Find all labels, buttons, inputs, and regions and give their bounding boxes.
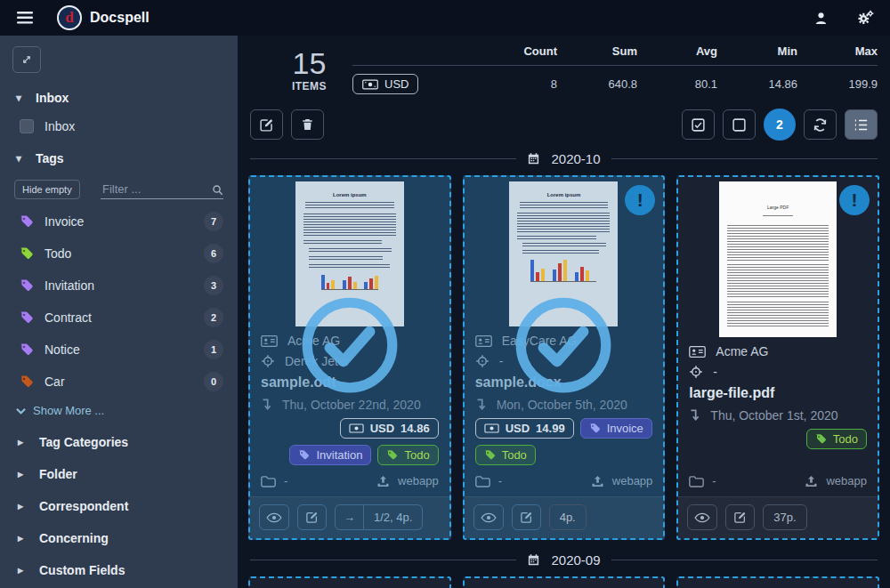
tag-icon — [298, 449, 310, 461]
tag-badge-label: Todo — [833, 432, 858, 446]
sidebar-section-correspondent[interactable]: ▸ Correspondent — [18, 499, 222, 513]
item-name: sample.docx — [475, 375, 653, 391]
account-button[interactable] — [808, 5, 833, 30]
document-preview[interactable]: Lorem ipsum — [465, 578, 664, 588]
edit-icon — [733, 511, 747, 524]
edit-selected-button[interactable] — [250, 109, 283, 140]
checkbox-icon[interactable] — [20, 119, 34, 133]
tag-badge-todo[interactable]: Todo — [806, 429, 867, 449]
check-square-icon — [691, 117, 706, 133]
tag-badge-todo[interactable]: Todo — [377, 445, 438, 465]
deselect-all-button[interactable] — [723, 109, 756, 140]
settings-button[interactable] — [853, 5, 878, 30]
correspondent-name: Acme AG — [716, 344, 768, 358]
eye-icon — [266, 512, 282, 523]
correspondent-name: EasyCare AG — [502, 334, 578, 348]
section-label: Tag Categories — [39, 435, 128, 449]
view-item-button[interactable] — [259, 504, 289, 530]
open-attachment-button[interactable]: → — [335, 504, 364, 530]
concerning-row: - — [475, 354, 653, 368]
menu-button[interactable] — [12, 5, 37, 30]
edit-item-button[interactable] — [297, 504, 327, 530]
tag-item-todo[interactable]: Todo 6 — [20, 244, 223, 263]
view-item-button[interactable] — [687, 504, 717, 530]
page-count-label: 1/2, 4p. — [364, 504, 423, 530]
tag-badge-invitation[interactable]: Invitation — [289, 445, 371, 465]
sidebar-section-tag-categories[interactable]: ▸ Tag Categories — [18, 435, 222, 449]
tag-filter-input[interactable] — [101, 180, 223, 199]
sidebar-section-inbox[interactable]: ▾ Inbox — [16, 91, 222, 105]
document-preview[interactable]: Keywords in PDF — [250, 578, 449, 588]
item-date: Thu, October 22nd, 2020 — [282, 398, 421, 412]
docspell-logo-icon: d — [57, 5, 82, 30]
sidebar-section-folder[interactable]: ▸ Folder — [18, 467, 222, 481]
show-more-label: Show More ... — [33, 404, 104, 417]
section-label: Concerning — [39, 531, 109, 545]
tag-count-badge: 2 — [204, 308, 223, 327]
arrow-right-icon: → — [344, 511, 355, 524]
sidebar-section-custom-fields[interactable]: ▸ Custom Fields — [18, 563, 222, 577]
preview-title: Lorem ipsum — [517, 192, 610, 197]
item-date-row: Thu, October 22nd, 2020 — [261, 398, 439, 412]
item-card-sample-odt[interactable]: Lorem ipsum — [248, 175, 451, 540]
document-preview[interactable]: Lorem ipsum — [250, 177, 449, 326]
edit-item-button[interactable] — [725, 504, 755, 530]
inbox-checkbox-item[interactable]: Inbox — [20, 119, 222, 133]
document-preview[interactable]: Lorem ipsum — [678, 578, 878, 588]
calendar-icon — [527, 152, 540, 165]
page-count-label: 37p. — [763, 504, 806, 530]
stats-col-min: Min — [717, 44, 797, 58]
amount-badge: USD 14.99 — [475, 418, 574, 439]
address-card-icon — [261, 334, 278, 348]
tags-section-label: Tags — [36, 151, 64, 165]
exclamation-badge: ! — [839, 185, 870, 215]
level-down-icon — [689, 408, 700, 423]
tag-item-invitation[interactable]: Invitation 3 — [20, 276, 223, 295]
folder-icon — [261, 475, 276, 487]
tag-badge-invoice[interactable]: Invoice — [580, 418, 652, 439]
item-card[interactable]: Keywords in PDF — [248, 576, 451, 588]
folder-name: - — [712, 474, 716, 487]
item-card[interactable]: Lorem ipsum — [676, 576, 879, 588]
list-icon — [854, 118, 869, 132]
tag-label: Contract — [44, 310, 92, 325]
tag-item-notice[interactable]: Notice 1 — [20, 340, 223, 359]
tag-item-contract[interactable]: Contract 2 — [20, 308, 223, 327]
crosshairs-icon — [689, 365, 703, 379]
edit-icon — [305, 511, 319, 524]
tag-label: Invoice — [44, 214, 84, 229]
item-card-sample-docx[interactable]: ! Lorem ipsum — [463, 175, 666, 540]
show-more-link[interactable]: Show More ... — [16, 404, 223, 417]
upload-icon — [805, 475, 818, 487]
app-logo[interactable]: d Docspell — [57, 5, 150, 30]
date-group-label: 2020-09 — [551, 552, 600, 568]
items-count: 15 — [266, 48, 352, 80]
refresh-button[interactable] — [804, 109, 837, 140]
item-card-large-file-pdf[interactable]: ! Large PDF Acme AG — [676, 175, 879, 540]
currency-label: USD — [384, 77, 409, 91]
money-bill-icon — [349, 423, 364, 433]
tag-item-car[interactable]: Car 0 — [20, 372, 223, 391]
calendar-icon — [527, 553, 540, 567]
sidebar-section-tags[interactable]: ▾ Tags — [16, 151, 222, 165]
sidebar-section-concerning[interactable]: ▸ Concerning — [18, 531, 222, 545]
correspondent-row: Acme AG — [261, 334, 439, 348]
tag-item-invoice[interactable]: Invoice 7 — [20, 212, 223, 231]
tag-badge-todo[interactable]: Todo — [475, 445, 536, 465]
selection-count-badge: 2 — [764, 109, 796, 141]
delete-selected-button[interactable] — [291, 109, 324, 140]
expand-sidebar-button[interactable] — [12, 46, 41, 73]
crosshairs-icon — [261, 354, 275, 368]
tag-badge-label: Todo — [404, 448, 429, 462]
select-all-button[interactable] — [682, 109, 715, 140]
list-view-toggle-button[interactable] — [845, 109, 878, 140]
item-date-row: Mon, October 5th, 2020 — [475, 398, 653, 412]
search-sidebar: ▾ Inbox Inbox ▾ Tags Hide empty — [0, 36, 238, 588]
hide-empty-button[interactable]: Hide empty — [14, 180, 80, 199]
stats-val-max: 199.9 — [797, 77, 878, 91]
view-item-button[interactable] — [473, 504, 504, 530]
currency-stats-table: Count Sum Avg Min Max USD 8 — [352, 44, 878, 94]
concerning-row: - — [689, 365, 867, 379]
edit-item-button[interactable] — [512, 504, 541, 530]
item-card[interactable]: Lorem ipsum — [463, 576, 666, 588]
